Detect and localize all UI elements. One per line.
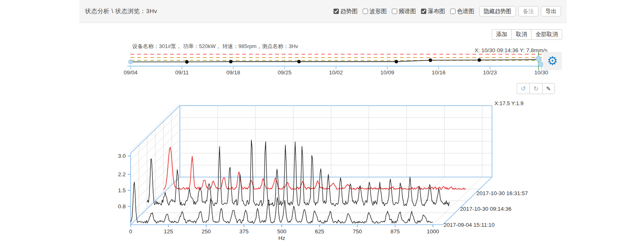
trend-date-label: 09/25	[278, 69, 292, 76]
trend-point[interactable]	[429, 58, 432, 62]
trend-chart: 09/0409/1109/1809/2510/0210/0910/1610/23…	[124, 43, 548, 76]
waterfall-chart: 0.81.52.23.001252503755006257508751000Hz…	[118, 100, 528, 241]
waterfall-cursor-label: X:17.5 Y:1.9	[494, 100, 524, 106]
spectrum-trace[interactable]	[147, 140, 449, 206]
gear-icon: ⚙	[547, 55, 558, 67]
waterfall-x-label: 125	[164, 228, 173, 235]
trend-settings-button[interactable]: ⚙	[543, 52, 562, 70]
trend-start-handle[interactable]	[129, 60, 133, 64]
spectrum-timestamp-label: 2017-10-30 09:14:36	[460, 206, 511, 212]
rotate-cw-button[interactable]: ↻	[529, 83, 542, 94]
trend-point[interactable]	[229, 60, 233, 64]
trend-date-label: 09/04	[124, 69, 138, 76]
trend-point[interactable]	[185, 60, 189, 64]
trend-date-label: 09/11	[175, 69, 189, 76]
waterfall-x-label: 625	[315, 228, 324, 235]
waterfall-y-label: 2.2	[118, 171, 126, 177]
trend-tooltip-label: X: 10/30 09:14:36 Y: 7.8mm/s	[474, 47, 547, 53]
waterfall-x-label: 250	[202, 228, 211, 235]
trend-date-label: 09/18	[226, 69, 240, 76]
waterfall-y-label: 1.5	[118, 187, 126, 193]
waterfall-x-label: 750	[353, 228, 362, 235]
waterfall-y-label: 0.8	[118, 203, 126, 209]
waterfall-x-label: 1000	[427, 228, 439, 235]
trend-date-label: 10/02	[329, 69, 343, 76]
trend-date-label: 10/09	[380, 69, 394, 76]
device-info-label: 设备名称：301#泵， 功率：520kW， 转速：985rpm，测点名称：3Hv	[132, 43, 298, 49]
spectrum-timestamp-label: 2017-10-30 16:31:57	[476, 190, 528, 196]
trend-date-label: 10/30	[534, 69, 548, 76]
spectrum-timestamp-label: 2017-09-04 15:11:10	[444, 222, 494, 228]
trend-date-label: 10/16	[432, 69, 446, 76]
charts-canvas: 09/0409/1109/1809/2510/0210/0910/1610/23…	[0, 0, 644, 244]
waterfall-x-label: 500	[277, 228, 287, 235]
annotate-pencil-button[interactable]: ✎	[542, 83, 555, 94]
status-analysis-page: 状态分析 \ 状态浏览：3Hv 趋势图 波形图 频谱图 瀑布图 色谱图	[0, 0, 644, 244]
trend-date-label: 10/23	[483, 69, 497, 76]
waterfall-x-label: 375	[239, 228, 249, 235]
spectrum-trace[interactable]	[163, 147, 466, 189]
waterfall-x-axis-title: Hz	[278, 235, 285, 241]
trend-point[interactable]	[395, 60, 398, 64]
waterfall-x-label: 0	[129, 228, 132, 235]
rotate-ccw-button[interactable]: ↺	[517, 83, 529, 94]
trend-range-handle[interactable]	[538, 62, 543, 67]
waterfall-toolbar: ↺ ↻ ✎	[517, 83, 555, 94]
waterfall-x-label: 875	[391, 228, 400, 235]
waterfall-y-label: 3.0	[118, 153, 126, 159]
trend-range-handle[interactable]	[536, 56, 541, 62]
trend-point[interactable]	[297, 60, 301, 64]
trend-point[interactable]	[478, 58, 481, 62]
